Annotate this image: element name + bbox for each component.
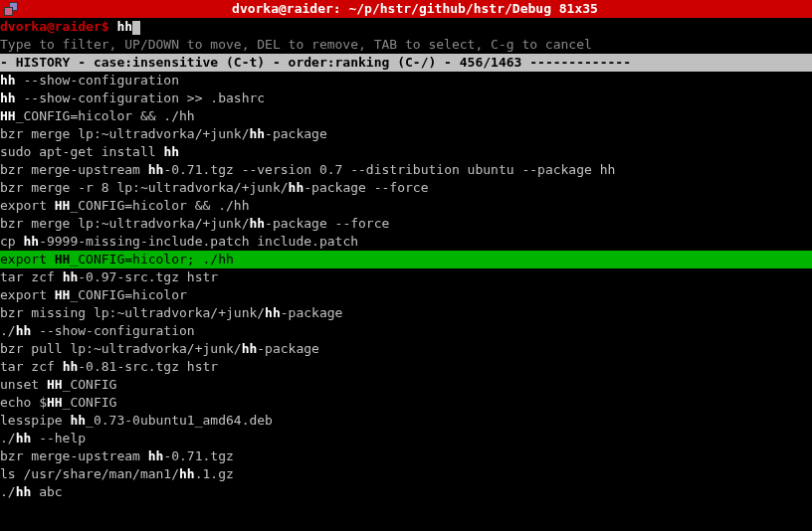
history-post: -package <box>281 305 343 320</box>
history-item[interactable]: bzr missing lp:~ultradvorka/+junk/hh-pac… <box>0 304 812 322</box>
window-title: dvorka@raider: ~/p/hstr/github/hstr/Debu… <box>22 0 808 18</box>
history-item[interactable]: bzr merge lp:~ultradvorka/+junk/hh-packa… <box>0 215 812 233</box>
history-item[interactable]: ./hh --help <box>0 430 812 447</box>
history-item[interactable]: HH_CONFIG=hicolor && ./hh <box>0 107 812 125</box>
history-item[interactable]: ls /usr/share/man/man1/hh.1.gz <box>0 465 812 483</box>
history-match: hh <box>23 234 39 249</box>
history-match: hh <box>148 448 164 463</box>
history-pre: bzr merge-upstream <box>0 162 148 177</box>
history-item[interactable]: hh --show-configuration >> .bashrc <box>0 89 812 107</box>
history-post: _0.73-0ubuntu1_amd64.deb <box>86 413 273 428</box>
history-post: _CONFIG <box>63 395 117 410</box>
history-post: -package --force <box>265 216 389 231</box>
history-match: hh <box>16 484 32 499</box>
history-item[interactable]: export HH_CONFIG=hicolor <box>0 286 812 304</box>
history-match: hh <box>16 431 32 445</box>
history-pre: ./ <box>0 323 16 338</box>
history-item[interactable]: bzr merge -r 8 lp:~ultradvorka/+junk/hh-… <box>0 179 812 197</box>
history-match: hh <box>16 323 32 338</box>
history-match: hh <box>249 126 265 141</box>
history-post: _CONFIG=hicolor; ./hh <box>70 252 233 266</box>
prompt-row[interactable]: dvorka@raider$ hh <box>0 18 812 36</box>
history-pre: export <box>0 252 55 266</box>
history-match: hh <box>289 180 304 195</box>
history-post: _CONFIG=hicolor <box>70 287 186 302</box>
typed-query: hh <box>116 19 132 34</box>
history-match: HH <box>0 108 16 123</box>
history-post: --show-configuration <box>16 73 179 88</box>
history-item[interactable]: cp hh-9999-missing-include.patch include… <box>0 233 812 251</box>
history-match: hh <box>242 341 258 356</box>
history-item[interactable]: tar zcf hh-0.81-src.tgz hstr <box>0 358 812 376</box>
history-match: hh <box>70 413 86 428</box>
history-item[interactable]: ./hh abc <box>0 483 812 501</box>
history-pre: bzr pull lp:~ultradvorka/+junk/ <box>0 341 242 356</box>
history-pre: bzr missing lp:~ultradvorka/+junk/ <box>0 305 265 320</box>
status-lead: - HISTORY - case:insensitive (C-t) - ord… <box>0 55 460 70</box>
history-match: hh <box>63 359 79 374</box>
history-item[interactable]: tar zcf hh-0.97-src.tgz hstr <box>0 268 812 286</box>
history-match: HH <box>55 252 71 266</box>
window-titlebar: dvorka@raider: ~/p/hstr/github/hstr/Debu… <box>0 0 812 18</box>
history-pre: lesspipe <box>0 413 70 428</box>
history-post: -0.71.tgz <box>163 448 233 463</box>
history-pre: export <box>0 198 55 213</box>
history-item[interactable]: lesspipe hh_0.73-0ubuntu1_amd64.deb <box>0 412 812 430</box>
history-pre: ./ <box>0 431 16 445</box>
history-pre: tar zcf <box>0 269 63 284</box>
history-match: HH <box>47 377 63 392</box>
history-post: .1.gz <box>195 466 234 481</box>
history-item[interactable]: bzr pull lp:~ultradvorka/+junk/hh-packag… <box>0 340 812 358</box>
history-post: -package <box>265 126 327 141</box>
history-item[interactable]: unset HH_CONFIG <box>0 376 812 394</box>
history-match: hh <box>148 162 164 177</box>
window-icon <box>4 2 18 16</box>
history-item[interactable]: bzr merge-upstream hh-0.71.tgz --version… <box>0 161 812 179</box>
history-item[interactable]: hh --show-configuration <box>0 72 812 89</box>
history-post: --show-configuration <box>31 323 194 338</box>
history-match: hh <box>265 305 281 320</box>
history-pre: bzr merge lp:~ultradvorka/+junk/ <box>0 216 249 231</box>
history-item[interactable]: export HH_CONFIG=hicolor; ./hh <box>0 251 812 268</box>
history-pre: bzr merge -r 8 lp:~ultradvorka/+junk/ <box>0 180 289 195</box>
history-post: --show-configuration >> .bashrc <box>16 90 265 105</box>
history-match: hh <box>0 90 16 105</box>
history-item[interactable]: bzr merge lp:~ultradvorka/+junk/hh-packa… <box>0 125 812 143</box>
history-match: hh <box>179 466 195 481</box>
history-item[interactable]: bzr merge-upstream hh-0.71.tgz <box>0 447 812 465</box>
history-post: -package <box>257 341 319 356</box>
history-item[interactable]: ./hh --show-configuration <box>0 322 812 340</box>
history-post: _CONFIG=hicolor && ./hh <box>70 198 249 213</box>
history-item[interactable]: echo $HH_CONFIG <box>0 394 812 412</box>
history-pre: bzr merge-upstream <box>0 448 148 463</box>
history-pre: ./ <box>0 484 16 499</box>
history-pre: ls /usr/share/man/man1/ <box>0 466 179 481</box>
history-post: _CONFIG=hicolor && ./hh <box>16 108 195 123</box>
history-post: -0.97-src.tgz hstr <box>78 269 218 284</box>
history-match: hh <box>63 269 79 284</box>
history-post: -0.71.tgz --version 0.7 --distribution u… <box>163 162 615 177</box>
history-post: _CONFIG <box>63 377 117 392</box>
cursor <box>132 21 140 35</box>
history-match: hh <box>0 73 16 88</box>
history-pre: export <box>0 287 55 302</box>
history-pre: sudo apt-get install <box>0 144 163 159</box>
history-match: hh <box>249 216 265 231</box>
history-post: -9999-missing-include.patch include.patc… <box>39 234 358 249</box>
shell-prompt: dvorka@raider$ <box>0 19 116 34</box>
history-post: --help <box>31 431 86 445</box>
history-item[interactable]: export HH_CONFIG=hicolor && ./hh <box>0 197 812 215</box>
history-list: hh --show-configurationhh --show-configu… <box>0 72 812 501</box>
history-post: -0.81-src.tgz hstr <box>78 359 218 374</box>
history-pre: bzr merge lp:~ultradvorka/+junk/ <box>0 126 249 141</box>
history-match: HH <box>55 198 71 213</box>
history-pre: cp <box>0 234 23 249</box>
history-pre: unset <box>0 377 47 392</box>
history-pre: tar zcf <box>0 359 63 374</box>
status-bar: - HISTORY - case:insensitive (C-t) - ord… <box>0 54 812 72</box>
help-hint: Type to filter, UP/DOWN to move, DEL to … <box>0 36 812 54</box>
history-match: HH <box>55 287 71 302</box>
history-match: HH <box>47 395 63 410</box>
status-count: 456/1463 <box>460 55 522 70</box>
history-item[interactable]: sudo apt-get install hh <box>0 143 812 161</box>
